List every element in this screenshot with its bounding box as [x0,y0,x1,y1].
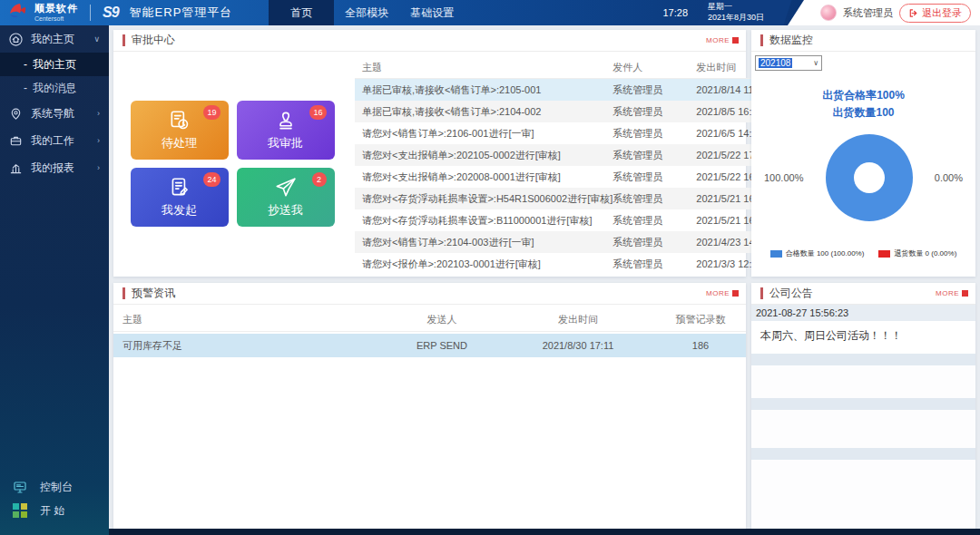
username-label[interactable]: 系统管理员 [843,6,893,20]
logout-label: 退出登录 [922,6,962,20]
tile-my-approvals[interactable]: 我审批 16 [237,101,335,160]
panel-title: 预警资讯 [122,287,175,299]
date-label: 2021年8月30日 [708,13,788,24]
chart-legend: 合格数量 100 (100.00%) 退货数量 0 (0.00%) [751,248,975,258]
sidebar-subitem-my-home[interactable]: - 我的主页 [0,53,109,76]
more-label: MORE [706,36,730,44]
chevron-right-icon: › [97,163,100,172]
tab-basic-settings[interactable]: 基础设置 [399,0,465,25]
erp-dashboard: 顺景软件 Centersoft S9 智能ERP管理平台 首页 全部模块 基础设… [0,0,980,535]
donut-chart-row: 100.00% 0.00% [751,134,975,221]
edit-doc-icon [168,176,191,199]
tile-label: 待处理 [162,135,197,151]
main-nav-tabs: 首页 全部模块 基础设置 [269,0,465,25]
more-box-icon [732,290,739,297]
chevron-right-icon: › [97,109,100,118]
tile-badge: 24 [203,172,220,187]
approval-more-link[interactable]: MORE [706,36,739,44]
table-row[interactable]: 可用库存不足 ERP SEND 2021/8/30 17:11 186 [113,334,746,357]
announcement-placeholder [751,448,975,460]
tile-badge: 2 [312,172,327,187]
sidebar-subitem-my-messages[interactable]: - 我的消息 [0,76,109,100]
sidebar-subitem-label: 我的消息 [33,81,76,96]
legend-item-pass: 合格数量 100 (100.00%) [770,248,865,258]
approval-center-panel: 审批中心 MORE 待处理 19 [113,30,746,277]
period-value: 202108 [759,58,792,68]
sidebar-item-system-nav[interactable]: 系统导航 › [0,100,109,127]
user-avatar[interactable] [820,5,837,21]
donut-left-label: 100.00% [764,172,803,183]
sidebar-subitem-label: 我的主页 [33,57,76,73]
tile-cc-me[interactable]: 抄送我 2 [237,168,335,227]
more-label: MORE [706,289,730,297]
alerts-table-header: 主题 发送人 发出时间 预警记录数 [113,308,746,332]
table-row[interactable]: 请您对<支出报销单>:202008-0001进行[审核] 系统管理员 2021/… [355,166,790,188]
announcements-more-link[interactable]: MORE [936,289,968,297]
console-button[interactable]: 控制台 [13,475,109,499]
col-subject: 主题 [113,313,383,326]
sidebar: 我的主页 ∨ - 我的主页 - 我的消息 系统导航 › [0,25,109,535]
sidebar-item-label: 我的主页 [31,32,74,47]
announcement-placeholder [751,410,975,448]
approval-body: 待处理 19 我审批 16 [113,52,746,276]
announcement-placeholder [751,398,975,410]
chevron-down-icon: ∨ [813,59,818,67]
dash-marker: - [24,82,27,94]
table-row[interactable]: 单据已审核,请接收<销售订单>:2104-002 系统管理员 2021/8/5 … [355,101,790,122]
sidebar-item-my-reports[interactable]: 我的报表 › [0,154,109,181]
tile-initiated-by-me[interactable]: 我发起 24 [131,168,229,227]
console-label: 控制台 [40,480,73,495]
tab-all-modules[interactable]: 全部模块 [334,0,399,25]
col-record-count: 预警记录数 [655,313,746,326]
table-row[interactable]: 请您对<销售订单>:2104-003进行[一审] 系统管理员 2021/4/23… [355,231,790,253]
table-row[interactable]: 请您对<存货浮动耗损率设置>:B11000001进行[审核] 系统管理员 202… [355,209,790,231]
announcement-date: 2021-08-27 15:56:23 [751,305,975,321]
tile-badge: 19 [203,105,220,120]
sidebar-item-my-home[interactable]: 我的主页 ∨ [0,25,109,53]
col-sent-time: 发出时间 [501,313,655,326]
tab-home[interactable]: 首页 [269,0,334,25]
table-row[interactable]: 请您对<存货浮动耗损率设置>:H54R1S006002进行[审核] 系统管理员 … [355,188,790,209]
approval-panel-header: 审批中心 MORE [113,30,746,52]
tile-label: 抄送我 [268,202,303,219]
data-monitor-panel: 数据监控 202108 ∨ 出货合格率100% 出货数量100 100.00% … [751,30,975,277]
donut-chart [826,134,913,221]
sidebar-item-my-work[interactable]: 我的工作 › [0,127,109,154]
table-row[interactable]: 请您对<销售订单>:2106-001进行[一审] 系统管理员 2021/6/5 … [355,122,790,144]
clock-time: 17:28 [662,7,688,18]
paper-plane-icon [274,176,298,199]
alerts-more-link[interactable]: MORE [706,289,739,297]
announcements-panel-header: 公司公告 MORE [751,283,975,305]
monitor-panel-header: 数据监控 [751,30,975,52]
dash-marker: - [24,58,27,71]
announcement-placeholder [751,365,975,398]
user-area: 系统管理员 退出登录 [788,0,980,25]
company-name-cn: 顺景软件 [34,4,78,14]
topbar-right: 17:28 星期一 2021年8月30日 系统管理员 退出登录 [662,0,980,25]
start-button[interactable]: 开 始 [13,499,109,522]
pending-doc-clock-icon [168,109,191,132]
table-row[interactable]: 单据已审核,请接收<销售订单>:2105-001 系统管理员 2021/8/14… [355,79,790,101]
logout-button[interactable]: 退出登录 [899,4,971,23]
legend-swatch-red [878,250,890,258]
approval-table-header: 主题 发件人 发出时间 [355,57,790,79]
col-sender: 发送人 [383,313,501,326]
date-block: 星期一 2021年8月30日 [701,0,788,25]
panel-title: 数据监控 [760,34,813,46]
table-row[interactable]: 请您对<报价单>:202103-0001进行[审核] 系统管理员 2021/3/… [355,253,790,275]
console-monitor-icon [13,480,27,494]
period-select[interactable]: 202108 ∨ [755,55,822,71]
alerts-panel: 预警资讯 MORE 主题 发送人 发出时间 预警记录数 可用库存不足 ERP S… [113,283,746,529]
table-row[interactable]: 请您对<支出报销单>:202105-0002进行[审核] 系统管理员 2021/… [355,144,790,166]
top-bar: 顺景软件 Centersoft S9 智能ERP管理平台 首页 全部模块 基础设… [0,0,980,25]
app-title: 智能ERP管理平台 [130,5,233,21]
sidebar-footer: 控制台 开 始 [0,475,109,535]
pass-rate-text: 出货合格率100% [751,87,975,104]
tile-pending[interactable]: 待处理 19 [131,101,229,160]
logo-divider [90,5,91,21]
chevron-right-icon: › [97,136,100,145]
donut-right-label: 0.00% [935,172,963,183]
announcement-text[interactable]: 本周六、周日公司活动！！！ [751,321,975,354]
monitor-summary: 出货合格率100% 出货数量100 [751,87,975,122]
logo-group: 顺景软件 Centersoft S9 智能ERP管理平台 [0,2,232,24]
